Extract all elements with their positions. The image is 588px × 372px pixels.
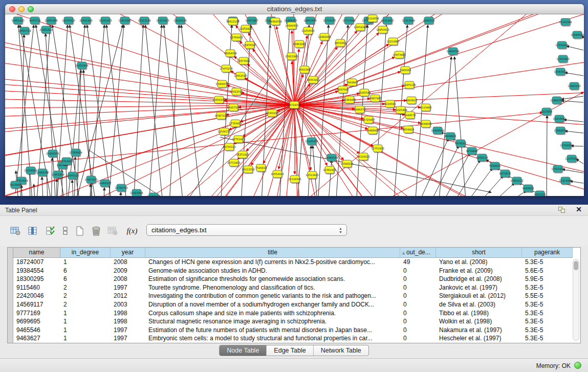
paper-node[interactable]: 12764413 xyxy=(230,34,243,42)
paper-node[interactable]: 17957253 xyxy=(84,176,97,184)
table-settings-icon[interactable] xyxy=(8,224,23,237)
paper-node[interactable]: 16958107 xyxy=(98,180,111,188)
paper-node[interactable]: 6879197 xyxy=(455,140,466,148)
paper-node[interactable]: 18661604 xyxy=(303,17,316,25)
paper-node[interactable]: 16210643 xyxy=(553,115,565,123)
table-row[interactable]: 1456911722003Disruption of a novel membe… xyxy=(13,300,573,309)
paper-node[interactable]: 9450122 xyxy=(534,191,546,196)
window-titlebar[interactable]: citations_edges.txt xyxy=(5,4,584,14)
paper-node[interactable]: 14850613 xyxy=(376,26,389,34)
column-header-short[interactable]: short xyxy=(436,248,522,258)
paper-node[interactable]: 12254419 xyxy=(239,25,252,33)
paper-node[interactable]: 3913944 xyxy=(10,181,21,189)
function-builder-icon[interactable]: f(x) xyxy=(125,224,139,237)
paper-node[interactable]: 9581363 xyxy=(299,66,310,74)
paper-node[interactable]: 15720407 xyxy=(362,116,375,124)
delete-table-icon[interactable] xyxy=(105,224,120,237)
paper-node[interactable]: 7462664 xyxy=(346,79,358,87)
trash-icon[interactable] xyxy=(89,224,103,237)
paper-node[interactable]: 10391413 xyxy=(323,166,336,174)
paper-node[interactable]: 16554413 xyxy=(271,170,284,179)
paper-node[interactable]: 10654112 xyxy=(510,177,523,185)
paper-node[interactable]: 16713584 xyxy=(342,17,355,25)
paper-node[interactable]: 14343413 xyxy=(554,68,567,76)
paper-node[interactable]: 15131044 xyxy=(559,18,572,27)
paper-node[interactable]: 16044134 xyxy=(325,154,338,162)
paper-node[interactable]: 18724007 xyxy=(288,101,300,110)
paper-node[interactable]: 9463627 xyxy=(406,97,417,105)
paper-node[interactable]: 16409544 xyxy=(431,127,444,135)
paper-node[interactable]: 10751413 xyxy=(232,136,245,144)
paper-node[interactable]: 12513413 xyxy=(306,171,318,180)
paper-node[interactable]: 14055714 xyxy=(18,27,31,35)
paper-node[interactable]: 11075334 xyxy=(565,155,578,163)
table-row[interactable]: 1872400712008Changes of HCN gene express… xyxy=(13,258,573,267)
paper-node[interactable]: 16049544 xyxy=(571,31,583,39)
paper-node[interactable]: 9699695 xyxy=(420,120,431,128)
table-row[interactable]: 969969511998Structural magnetic resonanc… xyxy=(13,317,573,326)
close-panel-icon[interactable]: ✕ xyxy=(576,205,582,213)
paper-node[interactable]: 16640913 xyxy=(285,22,298,30)
row-height-icon[interactable] xyxy=(58,224,73,237)
column-header-name[interactable]: name xyxy=(13,248,60,258)
paper-node[interactable]: 15692971 xyxy=(554,127,567,135)
column-header-in_degree[interactable]: in_degree xyxy=(60,248,111,258)
paper-node[interactable]: 15313413 xyxy=(156,17,169,25)
paper-node[interactable]: 18730113 xyxy=(223,143,235,151)
paper-node[interactable]: 10974343 xyxy=(354,24,366,32)
tab-network-table[interactable]: Network Table xyxy=(314,345,368,356)
column-header-year[interactable]: year xyxy=(111,248,145,258)
paper-node[interactable]: 17783413 xyxy=(229,120,242,128)
new-document-icon[interactable] xyxy=(73,224,87,237)
paper-node[interactable]: 18300295 xyxy=(266,110,278,118)
scrollbar-thumb[interactable] xyxy=(574,261,578,270)
table-row[interactable]: 946362711997Embryonic stem cells: a mode… xyxy=(13,334,573,343)
paper-node[interactable]: 17359924 xyxy=(69,149,82,157)
paper-node[interactable]: 13450413 xyxy=(568,82,580,91)
citation-network-graph[interactable]: 1935141390557142169140618135413205314431… xyxy=(5,14,584,196)
paper-node[interactable]: 12652515 xyxy=(234,72,247,80)
table-row[interactable]: 946554611997Estimation of the future num… xyxy=(13,326,573,335)
table-vertical-scrollbar[interactable] xyxy=(573,259,579,341)
paper-node[interactable]: 6497568 xyxy=(337,86,349,94)
paper-node[interactable]: 8471676 xyxy=(499,170,511,178)
paper-node[interactable]: 12444159 xyxy=(550,97,563,105)
paper-node[interactable]: 20531443 xyxy=(79,17,92,25)
paper-node[interactable]: 15313044 xyxy=(402,17,415,25)
paper-node[interactable]: 18135413 xyxy=(62,17,75,25)
paper-node[interactable]: 2935114 xyxy=(476,154,488,162)
select-rows-icon[interactable] xyxy=(43,224,57,237)
paper-node[interactable]: 9245652 xyxy=(522,185,534,193)
paper-node[interactable]: 16367103 xyxy=(214,112,227,120)
paper-node[interactable]: 10643784 xyxy=(446,48,459,56)
paper-node[interactable]: 7986372 xyxy=(354,106,365,114)
paper-node[interactable]: 15876547 xyxy=(243,41,256,50)
paper-node[interactable]: 12313489 xyxy=(559,177,572,185)
paper-node[interactable]: 17510413 xyxy=(551,165,564,173)
paper-node[interactable]: 15134545 xyxy=(288,176,301,184)
paper-node[interactable]: 12482933 xyxy=(318,33,331,41)
table-selector-dropdown[interactable]: citations_edges.txt ▲▼ xyxy=(146,224,347,236)
paper-node[interactable]: 20206576 xyxy=(46,150,59,158)
paper-node[interactable]: 15906074 xyxy=(215,80,228,89)
table-row[interactable]: 2242004622012Investigating the contribut… xyxy=(13,292,573,300)
paper-node[interactable]: 16963243 xyxy=(293,40,306,49)
paper-node[interactable]: 8938923 xyxy=(445,133,456,141)
paper-node[interactable]: 11156829 xyxy=(24,167,37,175)
paper-node[interactable]: 12505115 xyxy=(66,172,79,180)
paper-node[interactable]: 10973493 xyxy=(393,51,405,59)
column-visibility-icon[interactable] xyxy=(26,224,40,237)
column-header-title[interactable]: title xyxy=(145,248,400,258)
paper-node[interactable]: 11254543 xyxy=(301,27,314,35)
table-row[interactable]: 977716911998Corpus callosum shape and si… xyxy=(13,309,573,318)
paper-node[interactable]: 19351413 xyxy=(11,17,24,25)
paper-node[interactable]: 12734413 xyxy=(555,41,568,50)
paper-node[interactable]: 9055714 xyxy=(29,17,40,25)
paper-node[interactable]: 17470274 xyxy=(220,65,232,73)
paper-node[interactable]: 12923448 xyxy=(130,189,143,196)
paper-node[interactable]: 10653287 xyxy=(245,17,258,25)
paper-node[interactable]: 8215958 xyxy=(541,108,552,116)
paper-node[interactable]: 15049213 xyxy=(340,160,353,168)
paper-node[interactable]: 7485063 xyxy=(400,67,411,75)
paper-node[interactable]: 16191413 xyxy=(99,17,112,25)
